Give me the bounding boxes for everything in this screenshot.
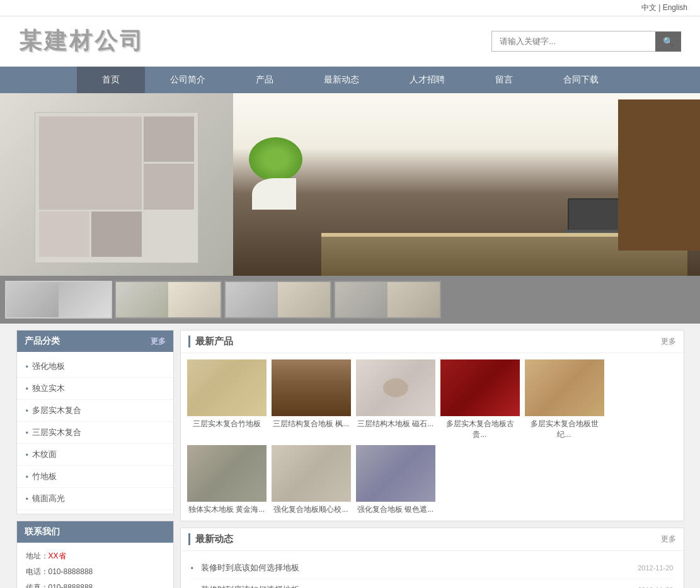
contact-address-highlight: XX省 [49, 551, 66, 560]
category-item-3[interactable]: 多层实木复合 [17, 400, 173, 422]
category-list: 强化地板 独立实木 多层实木复合 三层实木复合 木纹面 竹地板 镜面高光 [17, 352, 173, 514]
right-content: 最新产品 更多 三层实木复合竹地板 三层结构复合地板 枫... [180, 330, 684, 588]
product-img-6 [187, 445, 267, 502]
product-img-8 [356, 445, 435, 502]
category-item-1[interactable]: 强化地板 [17, 356, 173, 378]
nav-item-about[interactable]: 公司简介 [145, 67, 231, 93]
product-name-3: 三层结构木地板 磁石... [356, 419, 435, 429]
nav-item-careers[interactable]: 人才招聘 [384, 67, 470, 93]
category-header: 产品分类 更多 [17, 331, 173, 352]
logo: 某建材公司 [19, 26, 145, 57]
contact-info: 地址：XX省 电话：010-8888888 传真：010-8888888 [17, 543, 173, 588]
thumbnail-2[interactable] [115, 281, 222, 319]
thumbnail-4[interactable] [334, 281, 441, 319]
product-item-5[interactable]: 多层实木复合地板世纪... [525, 359, 604, 440]
news-list: • 装修时到底该如何选择地板 2012-11-20 • 装修时到底该如何选择地板… [181, 551, 684, 588]
header: 某建材公司 🔍 [0, 16, 700, 67]
news-title: 最新动态 [188, 533, 233, 545]
news-title-1[interactable]: 装修时到底该如何选择地板 [201, 562, 633, 574]
product-name-1: 三层实木复合竹地板 [187, 419, 267, 429]
category-item-5[interactable]: 木纹面 [17, 444, 173, 466]
contact-fax: 传真：010-8888888 [26, 582, 164, 588]
chinese-link[interactable]: 中文 [641, 3, 657, 12]
slider-right [233, 93, 700, 276]
product-item-8[interactable]: 强化复合地板 银色遮... [356, 445, 435, 515]
product-item-6[interactable]: 独体实木地板 黄金海... [187, 445, 267, 515]
product-item-3[interactable]: 三层结构木地板 磁石... [356, 359, 435, 440]
thumbnail-3[interactable] [224, 281, 331, 319]
category-item-7[interactable]: 镜面高光 [17, 488, 173, 510]
slider-main [0, 93, 700, 276]
english-link[interactable]: English [663, 3, 687, 12]
product-item-2[interactable]: 三层结构复合地板 枫... [272, 359, 351, 440]
product-name-2: 三层结构复合地板 枫... [272, 419, 351, 429]
product-img-4 [440, 359, 520, 416]
products-header: 最新产品 更多 [181, 331, 684, 353]
contact-header: 联系我们 [17, 521, 173, 543]
main-nav: 首页 公司简介 产品 最新动态 人才招聘 留言 合同下载 [0, 67, 700, 93]
search-button[interactable]: 🔍 [655, 31, 681, 52]
product-name-7: 强化复合地板顺心校... [272, 504, 351, 515]
slider-left [0, 93, 233, 276]
sidebar: 产品分类 更多 强化地板 独立实木 多层实木复合 三层实木复合 木纹面 竹地板 … [16, 330, 174, 588]
news-bullet-1: • [191, 563, 194, 573]
product-item-1[interactable]: 三层实木复合竹地板 [187, 359, 267, 440]
news-item-2: • 装修时到底该如何选择地板 2012-11-20 [191, 579, 674, 588]
products-title: 最新产品 [188, 336, 233, 348]
product-img-3 [356, 359, 435, 416]
slider-thumbnails [0, 276, 700, 324]
contact-title: 联系我们 [25, 526, 60, 538]
nav-item-home[interactable]: 首页 [77, 67, 145, 93]
product-item-7[interactable]: 强化复合地板顺心校... [272, 445, 351, 515]
search-input[interactable] [491, 31, 655, 52]
product-img-1 [187, 359, 267, 416]
contact-address: 地址：XX省 [26, 550, 164, 562]
news-more[interactable]: 更多 [661, 534, 676, 545]
product-img-2 [272, 359, 351, 416]
news-header: 最新动态 更多 [181, 528, 684, 551]
products-more[interactable]: 更多 [661, 336, 676, 347]
product-name-8: 强化复合地板 银色遮... [356, 504, 435, 515]
search-box: 🔍 [491, 31, 681, 52]
product-img-5 [525, 359, 604, 416]
contact-phone: 电话：010-8888888 [26, 566, 164, 578]
news-item-1: • 装修时到底该如何选择地板 2012-11-20 [191, 557, 674, 579]
news-box: 最新动态 更多 • 装修时到底该如何选择地板 2012-11-20 • 装修时到… [180, 528, 684, 588]
product-name-5: 多层实木复合地板世纪... [525, 419, 604, 440]
main-content: 产品分类 更多 强化地板 独立实木 多层实木复合 三层实木复合 木纹面 竹地板 … [16, 330, 684, 588]
slider-area [0, 93, 700, 324]
product-img-7 [272, 445, 351, 502]
nav-item-products[interactable]: 产品 [231, 67, 299, 93]
news-date-1: 2012-11-20 [638, 564, 673, 572]
category-box: 产品分类 更多 强化地板 独立实木 多层实木复合 三层实木复合 木纹面 竹地板 … [16, 330, 174, 514]
top-bar: 中文 | English [0, 0, 700, 16]
thumbnail-1[interactable] [5, 281, 112, 319]
products-grid: 三层实木复合竹地板 三层结构复合地板 枫... 三层结构木地板 磁石... [181, 353, 684, 521]
nav-item-news[interactable]: 最新动态 [299, 67, 384, 93]
category-item-4[interactable]: 三层实木复合 [17, 422, 173, 444]
contact-box: 联系我们 地址：XX省 电话：010-8888888 传真：010-888888… [16, 521, 174, 588]
product-item-4[interactable]: 多层实木复合地板古贵... [440, 359, 520, 440]
category-item-6[interactable]: 竹地板 [17, 466, 173, 488]
news-title-2[interactable]: 装修时到底该如何选择地板 [201, 584, 633, 588]
category-title: 产品分类 [25, 336, 60, 347]
product-name-6: 独体实木地板 黄金海... [187, 504, 267, 515]
products-box: 最新产品 更多 三层实木复合竹地板 三层结构复合地板 枫... [180, 330, 684, 521]
news-bullet-2: • [191, 585, 194, 588]
nav-item-download[interactable]: 合同下载 [538, 67, 624, 93]
product-name-4: 多层实木复合地板古贵... [440, 419, 520, 440]
category-more[interactable]: 更多 [151, 336, 166, 347]
category-item-2[interactable]: 独立实木 [17, 378, 173, 400]
nav-item-message[interactable]: 留言 [470, 67, 538, 93]
